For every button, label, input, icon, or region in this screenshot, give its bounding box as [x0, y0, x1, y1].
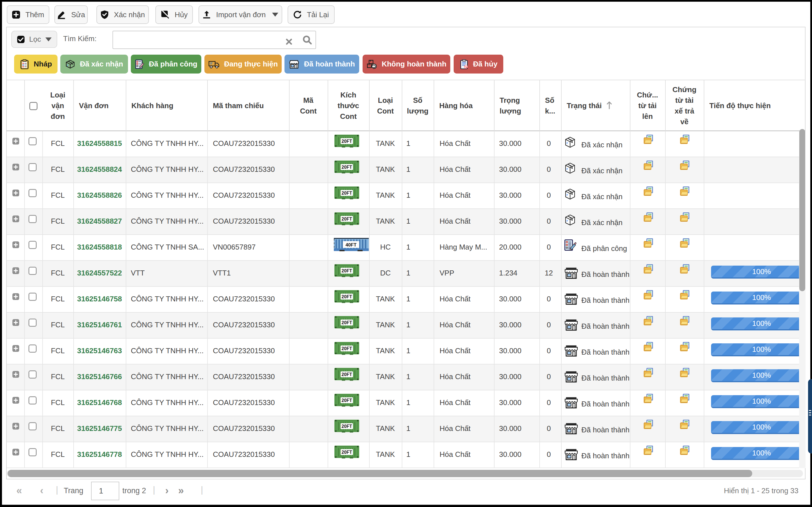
svg-text:20FT: 20FT [342, 217, 352, 221]
svg-text:20FT: 20FT [342, 165, 352, 170]
svg-text:20FT: 20FT [342, 424, 352, 429]
svg-text:20FT: 20FT [342, 191, 352, 195]
svg-text:20FT: 20FT [342, 139, 352, 144]
svg-text:20FT: 20FT [342, 398, 352, 403]
svg-text:20FT: 20FT [342, 294, 352, 299]
svg-text:20FT: 20FT [342, 269, 352, 273]
svg-text:40FT: 40FT [345, 242, 357, 247]
svg-text:20FT: 20FT [342, 372, 352, 377]
svg-text:20FT: 20FT [342, 320, 352, 325]
svg-text:20FT: 20FT [342, 450, 352, 455]
svg-text:20FT: 20FT [342, 346, 352, 351]
